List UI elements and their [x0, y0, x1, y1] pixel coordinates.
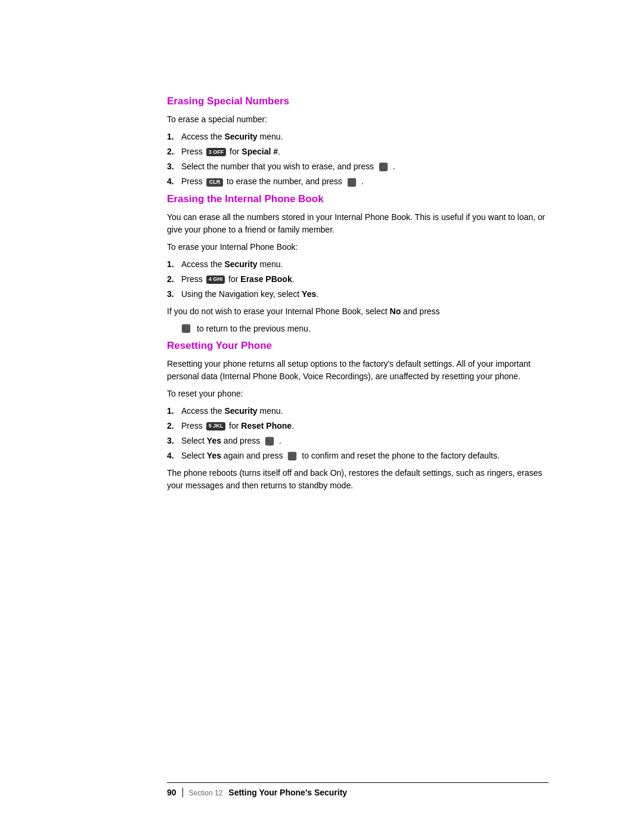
step-num: 2. — [167, 420, 178, 432]
step-item: 1. Access the Security menu. — [167, 131, 549, 143]
bold-no: No — [390, 306, 401, 316]
key-badge-4ghi: 4 GHI — [206, 275, 225, 284]
bold-text: Yes — [302, 289, 316, 299]
steps-list-reset: 1. Access the Security menu. 2. Press 5 … — [167, 405, 549, 463]
step-num: 4. — [167, 175, 178, 188]
step-item: 1. Access the Security menu. — [167, 405, 549, 417]
section-intro2-reset: To reset your phone: — [167, 388, 549, 400]
bold-text: Security — [224, 132, 257, 141]
step-content: Select the number that you wish to erase… — [181, 160, 549, 173]
section-note-internal: If you do not wish to erase your Interna… — [167, 305, 549, 318]
back-icon: 📞 — [180, 323, 192, 335]
bold-text: Reset Phone — [241, 421, 292, 431]
section-intro2-internal: To erase your Internal Phone Book: — [167, 241, 549, 253]
step-content: Using the Navigation key, select Yes. — [181, 288, 549, 301]
step-content: Press 5 JKL for Reset Phone. — [181, 420, 549, 432]
step-num: 4. — [167, 450, 178, 462]
footer-section-title: Setting Your Phone's Security — [228, 788, 347, 797]
page-footer: 90 Section 12 Setting Your Phone's Secur… — [0, 782, 644, 797]
step-num: 3. — [167, 288, 178, 301]
step-content: Press 4 GHI for Erase PBook. — [181, 273, 549, 286]
step-content: Access the Security menu. — [181, 258, 549, 271]
svg-text:📞: 📞 — [289, 454, 296, 460]
step-item: 3. Select Yes and press 📞 . — [167, 435, 549, 447]
note-continuation: 📞 to return to the previous menu. — [167, 323, 549, 335]
note-text: to return to the previous menu. — [197, 323, 311, 335]
svg-text:📞: 📞 — [183, 326, 190, 332]
step-item: 3. Select the number that you wish to er… — [167, 160, 549, 173]
bold-text: Security — [224, 406, 257, 416]
step-content: Access the Security menu. — [181, 131, 549, 143]
bold-yes-2: Yes — [207, 451, 221, 460]
section-erasing-internal: Erasing the Internal Phone Book You can … — [167, 193, 549, 335]
step-content: Press 3 OFF for Special #. — [181, 145, 549, 158]
step-content: Select Yes and press 📞 . — [181, 435, 549, 447]
step-content: Access the Security menu. — [181, 405, 549, 417]
section-heading-reset: Resetting Your Phone — [167, 340, 549, 352]
step-content: Press CLR to erase the number, and press… — [181, 175, 549, 188]
steps-list-special: 1. Access the Security menu. 2. Press 3 … — [167, 131, 549, 188]
footer-content: 90 Section 12 Setting Your Phone's Secur… — [167, 788, 549, 797]
section-intro-reset: Resetting your phone returns all setup o… — [167, 358, 549, 383]
key-badge-3off: 3 OFF — [206, 148, 227, 156]
bold-yes: Yes — [207, 436, 221, 445]
page: Erasing Special Numbers To erase a speci… — [0, 0, 644, 833]
step-num: 2. — [167, 273, 178, 286]
step-num: 1. — [167, 131, 178, 143]
step-num: 2. — [167, 145, 178, 158]
footer-divider-line — [167, 782, 549, 783]
section-intro-special: To erase a special number: — [167, 113, 549, 126]
section-heading-internal: Erasing the Internal Phone Book — [167, 193, 549, 205]
svg-text:📞: 📞 — [267, 438, 273, 445]
step-item: 3. Using the Navigation key, select Yes. — [167, 288, 549, 301]
send-icon: 📞 — [377, 161, 389, 173]
step-item: 2. Press 5 JKL for Reset Phone. — [167, 420, 549, 432]
steps-list-internal: 1. Access the Security menu. 2. Press 4 … — [167, 258, 549, 301]
step-item: 2. Press 4 GHI for Erase PBook. — [167, 273, 549, 286]
footer-vertical-divider — [182, 788, 183, 797]
step-item: 1. Access the Security menu. — [167, 258, 549, 271]
bold-text: Security — [224, 259, 257, 269]
key-badge-5jkl: 5 JKL — [206, 422, 226, 431]
step-content: Select Yes again and press 📞 to confirm … — [181, 450, 549, 462]
step-item: 2. Press 3 OFF for Special #. — [167, 145, 549, 158]
step-num: 1. — [167, 405, 178, 417]
svg-text:📞: 📞 — [380, 165, 387, 171]
section-erasing-special-numbers: Erasing Special Numbers To erase a speci… — [167, 95, 549, 188]
send-icon-3: 📞 — [264, 435, 275, 447]
step-num: 1. — [167, 258, 178, 271]
section-resetting: Resetting Your Phone Resetting your phon… — [167, 340, 549, 493]
clr-badge: CLR — [206, 178, 224, 187]
step-num: 3. — [167, 160, 178, 173]
bold-text: Erase PBook — [240, 274, 292, 284]
step-item: 4. Select Yes again and press 📞 to confi… — [167, 450, 549, 462]
step-num: 3. — [167, 435, 178, 447]
send-icon-2: 📞 — [346, 176, 358, 188]
footer-section-label: Section 12 — [189, 789, 223, 797]
step-item: 4. Press CLR to erase the number, and pr… — [167, 175, 549, 188]
send-icon-4: 📞 — [286, 450, 298, 462]
section-intro-internal: You can erase all the numbers stored in … — [167, 211, 549, 236]
page-number: 90 — [167, 788, 177, 797]
svg-text:📞: 📞 — [349, 179, 355, 186]
bold-text: Special # — [242, 147, 278, 156]
section-heading-erasing-special: Erasing Special Numbers — [167, 95, 549, 107]
section-closing-reset: The phone reboots (turns itself off and … — [167, 467, 549, 492]
